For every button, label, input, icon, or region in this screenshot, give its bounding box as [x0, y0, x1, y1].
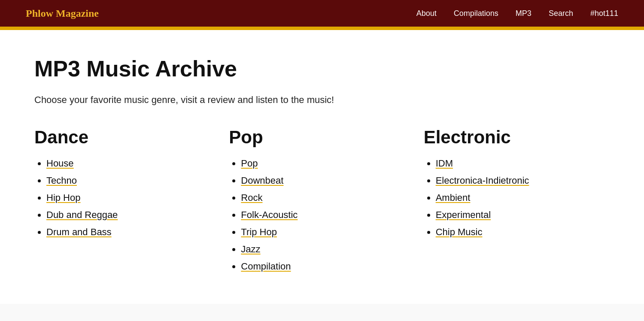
main-nav: About Compilations MP3 Search #hot111	[416, 9, 618, 18]
genre-section-dance: Dance House Techno Hip Hop Dub and Regga…	[34, 127, 220, 278]
genre-link-house[interactable]: House	[46, 158, 74, 169]
genre-link-idm[interactable]: IDM	[436, 158, 453, 169]
list-item: House	[46, 158, 220, 169]
genres-grid: Dance House Techno Hip Hop Dub and Regga…	[34, 127, 610, 278]
list-item: Hip Hop	[46, 192, 220, 203]
nav-search[interactable]: Search	[549, 9, 573, 18]
genre-link-electronica[interactable]: Electronica-Indietronic	[436, 175, 529, 186]
genre-link-dub-reggae[interactable]: Dub and Reggae	[46, 209, 118, 220]
genre-link-rock[interactable]: Rock	[241, 192, 262, 203]
genre-link-ambient[interactable]: Ambient	[436, 192, 471, 203]
list-item: IDM	[436, 158, 610, 169]
list-item: Ambient	[436, 192, 610, 203]
genre-heading-dance: Dance	[34, 127, 220, 148]
genre-link-chip-music[interactable]: Chip Music	[436, 227, 483, 237]
list-item: Drum and Bass	[46, 227, 220, 238]
list-item: Downbeat	[241, 175, 415, 186]
list-item: Pop	[241, 158, 415, 169]
genre-section-electronic: Electronic IDM Electronica-Indietronic A…	[424, 127, 610, 278]
genre-link-hiphop[interactable]: Hip Hop	[46, 192, 80, 203]
list-item: Jazz	[241, 244, 415, 255]
genre-list-pop: Pop Downbeat Rock Folk-Acoustic Trip Hop…	[229, 158, 415, 272]
list-item: Techno	[46, 175, 220, 186]
genre-heading-electronic: Electronic	[424, 127, 610, 148]
list-item: Electronica-Indietronic	[436, 175, 610, 186]
main-content: MP3 Music Archive Choose your favorite m…	[0, 30, 644, 304]
genre-list-dance: House Techno Hip Hop Dub and Reggae Drum…	[34, 158, 220, 238]
nav-compilations[interactable]: Compilations	[454, 9, 498, 18]
list-item: Experimental	[436, 209, 610, 221]
genre-link-experimental[interactable]: Experimental	[436, 209, 491, 220]
genre-link-jazz[interactable]: Jazz	[241, 244, 260, 254]
nav-mp3[interactable]: MP3	[516, 9, 532, 18]
gold-divider	[0, 27, 644, 30]
list-item: Compilation	[241, 261, 415, 272]
genre-link-pop[interactable]: Pop	[241, 158, 258, 169]
genre-heading-pop: Pop	[229, 127, 415, 148]
genre-section-pop: Pop Pop Downbeat Rock Folk-Acoustic Trip…	[229, 127, 415, 278]
list-item: Dub and Reggae	[46, 209, 220, 221]
genre-list-electronic: IDM Electronica-Indietronic Ambient Expe…	[424, 158, 610, 238]
nav-hot111[interactable]: #hot111	[590, 9, 618, 18]
list-item: Rock	[241, 192, 415, 203]
genre-link-drum-bass[interactable]: Drum and Bass	[46, 227, 112, 237]
genre-link-folk-acoustic[interactable]: Folk-Acoustic	[241, 209, 298, 220]
nav-about[interactable]: About	[416, 9, 437, 18]
page-subtitle: Choose your favorite music genre, visit …	[34, 94, 610, 106]
site-logo[interactable]: Phlow Magazine	[26, 8, 99, 19]
genre-link-downbeat[interactable]: Downbeat	[241, 175, 283, 186]
genre-link-compilation[interactable]: Compilation	[241, 261, 291, 272]
list-item: Trip Hop	[241, 227, 415, 238]
genre-link-trip-hop[interactable]: Trip Hop	[241, 227, 277, 237]
site-header: Phlow Magazine About Compilations MP3 Se…	[0, 0, 644, 27]
genre-link-techno[interactable]: Techno	[46, 175, 77, 186]
page-title: MP3 Music Archive	[34, 56, 610, 82]
list-item: Folk-Acoustic	[241, 209, 415, 221]
list-item: Chip Music	[436, 227, 610, 238]
